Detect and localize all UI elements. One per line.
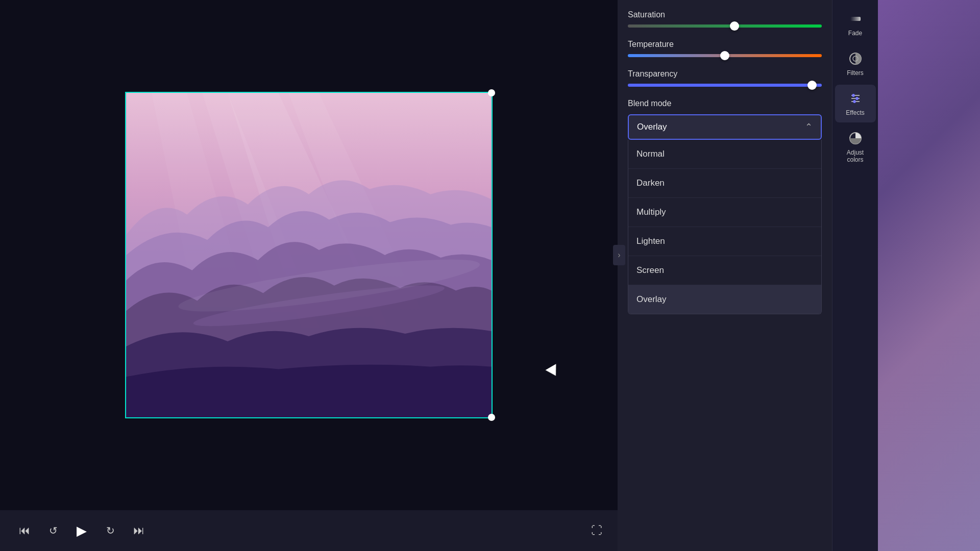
video-area: › ⏮ ↺ ▶ ↻ ⏭ ⛶ [0,0,618,551]
collapse-panel-button[interactable]: › [613,245,625,265]
playback-controls: ⏮ ↺ ▶ ↻ ⏭ [15,521,148,540]
skip-forward-button[interactable]: ⏭ [130,521,148,540]
effects-tool-label: Effects [846,109,864,116]
properties-content: Saturation Temperature Transparency Blen… [618,0,832,551]
blend-option-darken[interactable]: Darken [628,169,821,198]
svg-point-14 [855,97,858,100]
blend-option-screen[interactable]: Screen [628,256,821,285]
tool-effects[interactable]: Effects [835,85,876,122]
svg-rect-7 [850,17,861,21]
corner-handle-top-right[interactable] [488,89,495,96]
blend-mode-dropdown-list: Normal Darken Multiply Lighten Screen Ov… [628,140,822,314]
saturation-thumb[interactable] [730,21,739,31]
transparency-thumb[interactable] [807,81,817,90]
effects-icon [848,91,863,106]
video-container: › [0,0,618,510]
svg-point-15 [853,101,855,103]
side-toolbar: Fade Filters Effects [832,0,878,551]
temperature-slider[interactable] [628,54,822,57]
filters-tool-label: Filters [847,69,864,77]
video-frame [125,92,493,418]
blend-option-normal[interactable]: Normal [628,140,821,169]
tool-filters[interactable]: Filters [835,45,876,83]
tool-fade[interactable]: Fade [835,5,876,43]
corner-handle-bottom-right[interactable] [488,414,495,421]
blend-mode-label: Blend mode [628,99,822,108]
fade-tool-label: Fade [848,30,862,37]
forward-button[interactable]: ↻ [101,521,119,540]
transparency-label: Transparency [628,69,822,79]
filters-icon [848,51,863,66]
blend-option-lighten[interactable]: Lighten [628,227,821,256]
blend-mode-selected-value: Overlay [637,122,667,132]
fade-icon [848,11,863,27]
saturation-slider[interactable] [628,24,822,28]
play-button[interactable]: ▶ [72,521,91,540]
video-controls-bar: ⏮ ↺ ▶ ↻ ⏭ ⛶ [0,510,618,551]
temperature-section: Temperature [628,40,822,57]
blend-option-multiply[interactable]: Multiply [628,198,821,227]
skip-back-button[interactable]: ⏮ [15,521,34,540]
transparency-slider[interactable] [628,84,822,87]
adjust-colors-tool-label: Adjust colors [839,149,872,163]
blend-mode-section: Blend mode Overlay ⌃ Normal Darken Multi… [628,99,822,314]
blend-option-overlay[interactable]: Overlay [628,285,821,314]
adjust-colors-icon [848,131,863,146]
right-decorative-sidebar [878,0,980,551]
properties-panel: Saturation Temperature Transparency Blen… [618,0,832,551]
rewind-button[interactable]: ↺ [44,521,62,540]
blend-mode-dropdown[interactable]: Overlay ⌃ [628,114,822,140]
temperature-label: Temperature [628,40,822,49]
transparency-section: Transparency [628,69,822,87]
saturation-label: Saturation [628,10,822,19]
chevron-up-icon: ⌃ [805,121,813,133]
svg-point-13 [852,94,854,97]
saturation-section: Saturation [628,10,822,28]
temperature-thumb[interactable] [720,51,729,60]
fullscreen-button[interactable]: ⛶ [591,524,602,537]
tool-adjust-colors[interactable]: Adjust colors [835,124,876,169]
video-thumbnail [126,93,492,417]
